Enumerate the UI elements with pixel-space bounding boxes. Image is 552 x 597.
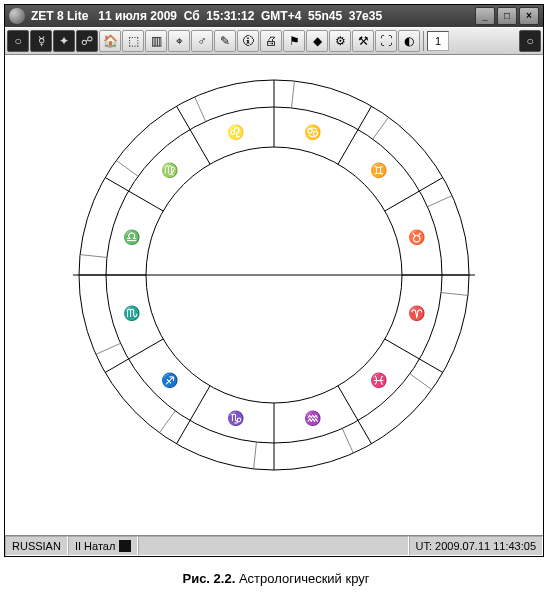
- toolbar-button-2[interactable]: ✦: [53, 30, 75, 52]
- toolbar: ○☿✦☍🏠⬚▥⌖♂✎🛈🖨⚑◆⚙⚒⛶◐1○: [5, 27, 543, 55]
- title-day: Сб: [184, 9, 200, 23]
- svg-line-26: [96, 343, 121, 354]
- toolbar-button-17[interactable]: ◐: [398, 30, 420, 52]
- toolbar-button-0[interactable]: ○: [7, 30, 29, 52]
- toolbar-button-4[interactable]: 🏠: [99, 30, 121, 52]
- title-lon: 37e35: [349, 9, 382, 23]
- statusbar: RUSSIAN II Натал UT: 2009.07.11 11:43:05: [5, 535, 543, 556]
- toolbar-button-5[interactable]: ⬚: [122, 30, 144, 52]
- sign-cancer: ♋: [304, 124, 322, 141]
- svg-line-19: [373, 117, 389, 139]
- svg-line-21: [441, 293, 468, 296]
- sign-sagittarius: ♐: [161, 372, 179, 389]
- sign-leo: ♌: [227, 124, 245, 141]
- toolbar-button-3[interactable]: ☍: [76, 30, 98, 52]
- close-button[interactable]: ×: [519, 7, 539, 25]
- window-buttons: _ □ ×: [475, 7, 539, 25]
- sign-aries: ♈: [408, 305, 426, 322]
- status-ut: UT: 2009.07.11 11:43:05: [409, 536, 543, 556]
- title-date: 11 июля 2009: [98, 9, 177, 23]
- title-lat: 55n45: [308, 9, 342, 23]
- svg-line-16: [116, 160, 138, 176]
- svg-line-15: [80, 255, 107, 258]
- sign-scorpio: ♏: [123, 305, 141, 322]
- title-text: ZET 8 Lite 11 июля 2009 Сб 15:31:12 GMT+…: [31, 9, 475, 23]
- sign-aquarius: ♒: [304, 410, 322, 427]
- status-mode[interactable]: II Натал: [68, 536, 138, 556]
- sign-virgo: ♍: [161, 162, 179, 179]
- titlebar: ZET 8 Lite 11 июля 2009 Сб 15:31:12 GMT+…: [5, 5, 543, 27]
- sign-pisces: ♓: [370, 372, 388, 389]
- sign-capricorn: ♑: [227, 410, 245, 427]
- toolbar-button-15[interactable]: ⚒: [352, 30, 374, 52]
- svg-line-24: [254, 442, 257, 469]
- toolbar-button-16[interactable]: ⛶: [375, 30, 397, 52]
- app-name: ZET 8 Lite: [31, 9, 88, 23]
- toolbar-button-12[interactable]: ⚑: [283, 30, 305, 52]
- title-tz: GMT+4: [261, 9, 301, 23]
- app-icon: [9, 8, 25, 24]
- toolbar-separator: [423, 31, 424, 51]
- toolbar-last-button[interactable]: ○: [519, 30, 541, 52]
- svg-line-22: [410, 374, 432, 390]
- caption-label: Рис. 2.2.: [182, 571, 235, 586]
- status-spacer: [138, 536, 408, 556]
- svg-line-20: [427, 196, 452, 207]
- toolbar-button-14[interactable]: ⚙: [329, 30, 351, 52]
- toolbar-button-7[interactable]: ⌖: [168, 30, 190, 52]
- astro-wheel: ♎♍♌♋♊♉♈♓♒♑♐♏: [54, 55, 494, 495]
- svg-line-23: [342, 428, 353, 453]
- sign-gemini: ♊: [370, 162, 388, 179]
- toolbar-button-11[interactable]: 🖨: [260, 30, 282, 52]
- toolbar-button-9[interactable]: ✎: [214, 30, 236, 52]
- minimize-button[interactable]: _: [475, 7, 495, 25]
- app-window: ZET 8 Lite 11 июля 2009 Сб 15:31:12 GMT+…: [4, 4, 544, 557]
- figure-caption: Рис. 2.2. Астрологический круг: [0, 571, 552, 586]
- maximize-button[interactable]: □: [497, 7, 517, 25]
- svg-line-18: [292, 81, 295, 108]
- svg-line-17: [195, 97, 206, 122]
- caption-text: Астрологический круг: [239, 571, 370, 586]
- toolbar-button-13[interactable]: ◆: [306, 30, 328, 52]
- status-lang[interactable]: RUSSIAN: [5, 536, 68, 556]
- toolbar-button-10[interactable]: 🛈: [237, 30, 259, 52]
- toolbar-button-1[interactable]: ☿: [30, 30, 52, 52]
- toolbar-button-6[interactable]: ▥: [145, 30, 167, 52]
- sign-taurus: ♉: [408, 229, 426, 246]
- sign-libra: ♎: [123, 229, 141, 246]
- title-time: 15:31:12: [206, 9, 254, 23]
- toolbar-button-8[interactable]: ♂: [191, 30, 213, 52]
- toolbar-number-field[interactable]: 1: [427, 31, 449, 51]
- chart-canvas: ♎♍♌♋♊♉♈♓♒♑♐♏: [5, 55, 543, 535]
- svg-line-25: [159, 411, 175, 433]
